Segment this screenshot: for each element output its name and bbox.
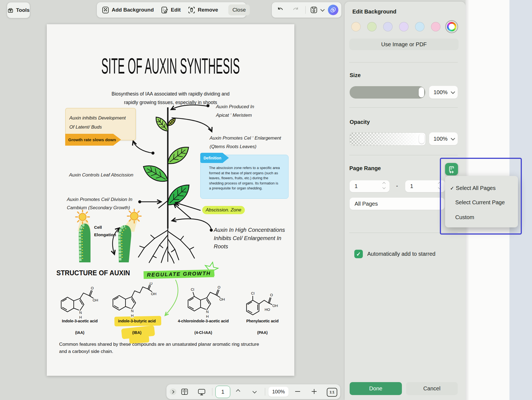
note-roots: Auxin In High ConcentrationsInhibits Cel… (214, 226, 285, 251)
svg-text:O: O (150, 282, 152, 285)
undo-icon[interactable] (277, 6, 284, 13)
add-background-button[interactable]: Add Background (102, 6, 154, 14)
doc-footer: Common features shared by these compound… (59, 341, 259, 355)
actual-size-button[interactable]: 1:1 (327, 388, 337, 397)
svg-text:OH: OH (220, 297, 225, 301)
toolbox-icon (7, 7, 14, 13)
add-background-label: Add Background (112, 7, 154, 13)
expand-button[interactable] (170, 388, 176, 395)
cell-elongation-label: CellElongation (94, 224, 116, 238)
svg-text:O: O (270, 293, 273, 297)
next-page-icon[interactable] (253, 389, 257, 394)
tools-label: Tools (16, 7, 29, 13)
note-apical: Auxin Produced InApicat ‘ Meristem (216, 102, 254, 119)
abscission-zone-pill: Abscission. Zone (202, 206, 245, 214)
zoom-level-button[interactable]: 100% (268, 387, 289, 397)
bottom-toolbar: 1 100% 1:1 (166, 384, 340, 399)
molecule-abbr-iaa: (IAA) (55, 330, 105, 335)
svg-text:OH: OH (151, 292, 157, 296)
annotation-highlight-box (440, 158, 522, 235)
spin-up-icon[interactable] (382, 182, 385, 185)
swatch-pink[interactable] (431, 22, 440, 31)
remove-icon (188, 6, 195, 14)
svg-text:H: H (131, 314, 134, 318)
svg-text:O: O (91, 286, 94, 290)
cancel-button[interactable]: Cancel (406, 382, 458, 395)
use-image-button[interactable]: Use Image or PDF (349, 39, 459, 50)
page-number-input[interactable]: 1 (215, 386, 230, 398)
range-separator: - (396, 183, 398, 189)
svg-text:H: H (206, 314, 209, 319)
svg-text:OH: OH (93, 298, 98, 302)
note-buds-text: Auxin inhibits DevelopmentOf Latent/ Bud… (69, 113, 126, 132)
size-slider[interactable] (350, 86, 425, 99)
remove-button[interactable]: Remove (188, 6, 218, 14)
svg-text:N: N (131, 309, 134, 313)
svg-text:Cl: Cl (251, 291, 255, 295)
tools-button[interactable]: Tools (7, 2, 30, 18)
auto-star-label: Automatically add to starred (367, 251, 435, 257)
swatch-cream[interactable] (351, 22, 361, 31)
molecule-name-4cliaa: 4-chloroindole-3-acetic acid (166, 319, 240, 323)
svg-text:N: N (206, 310, 209, 314)
pdf-editor-app: Tools Add Background Edit Remove Close S (0, 0, 532, 400)
edit-icon (161, 6, 168, 14)
previous-page-icon[interactable] (236, 389, 240, 394)
molecule-name-iaa: Indole-3-acetic acid (55, 319, 105, 323)
note-enlarge: Auxin Promotes Cel ‘ Enlargement(Qtems R… (210, 134, 281, 151)
close-button[interactable]: Close (228, 4, 250, 15)
molecule-abbr-4cliaa: (4-Cl-IAA) (166, 330, 240, 335)
range-from-input[interactable]: 1 (350, 180, 390, 192)
swatch-blue[interactable] (415, 22, 424, 31)
svg-text:N: N (79, 311, 82, 315)
swatch-violet[interactable] (399, 22, 408, 31)
opacity-label: Opacity (350, 119, 370, 125)
pdf-page[interactable]: SITE OF AUXIN SYNTHESIS Biosynthesis of … (47, 24, 294, 376)
done-button[interactable]: Done (350, 382, 402, 395)
molecule-name-paa: Phenylacetic acid (238, 319, 287, 323)
svg-text:OH: OH (272, 304, 278, 308)
opacity-value-dropdown[interactable]: 100% (429, 132, 458, 145)
svg-text:HO: HO (265, 308, 270, 312)
size-slider-thumb[interactable] (419, 87, 424, 97)
molecule-abbr-paa: (PAA) (238, 330, 287, 335)
thumbnail-panel-icon[interactable] (181, 388, 188, 395)
redo-icon[interactable] (292, 6, 299, 13)
swatch-periwinkle[interactable] (383, 22, 393, 31)
remove-label: Remove (198, 7, 218, 13)
opacity-slider[interactable] (350, 132, 426, 146)
molecule-structure-4cl-iaa: Cl O OH N H (185, 281, 227, 320)
zoom-out-icon[interactable] (295, 391, 300, 392)
ai-assistant-icon (328, 5, 338, 15)
size-value-dropdown[interactable]: 100% (429, 86, 458, 99)
opacity-slider-thumb[interactable] (419, 134, 424, 144)
structure-heading: STRUCTURE OF AUXIN (56, 269, 130, 277)
edit-button[interactable]: Edit (161, 6, 181, 14)
all-pages-dropdown[interactable]: All Pages (350, 198, 445, 210)
ai-assistant-button[interactable] (328, 5, 338, 15)
range-to-input[interactable]: 1 (405, 180, 445, 192)
note-abscission: Auxin Controls Leaf Abscission (69, 172, 133, 178)
molecule-structure-iba: O OH N H (110, 282, 158, 319)
close-label: Close (232, 7, 246, 13)
swatch-custom-color[interactable] (447, 22, 456, 31)
molecule-structure-iaa: O OH N H (58, 284, 100, 321)
svg-text:O: O (218, 285, 220, 289)
note-cambium: Auxin Promotes Cel/ Division InCambium (… (67, 195, 132, 212)
panel-title: Edit Background (352, 9, 396, 15)
save-icon[interactable] (310, 6, 318, 14)
present-mode-icon[interactable] (198, 388, 206, 395)
save-options-chevron-icon[interactable] (320, 7, 325, 12)
page-range-label: Page Range (349, 165, 381, 172)
definition-text: The abscission zone refers to a specific… (209, 165, 280, 191)
molecule-abbr-iba: (IBA) (111, 330, 162, 335)
molecule-name-iba: indole-3-butyric acid (111, 319, 162, 323)
add-background-icon (102, 6, 109, 14)
spin-down-icon[interactable] (382, 186, 385, 189)
molecule-structure-paa: Cl O OH HO (242, 284, 281, 323)
edit-label: Edit (171, 7, 181, 13)
swatch-green[interactable] (367, 22, 377, 31)
svg-text:Cl: Cl (191, 287, 194, 292)
growth-rate-ribbon: Growth rate slows down (65, 134, 121, 146)
auto-star-checkbox[interactable]: ✓ (354, 250, 363, 258)
